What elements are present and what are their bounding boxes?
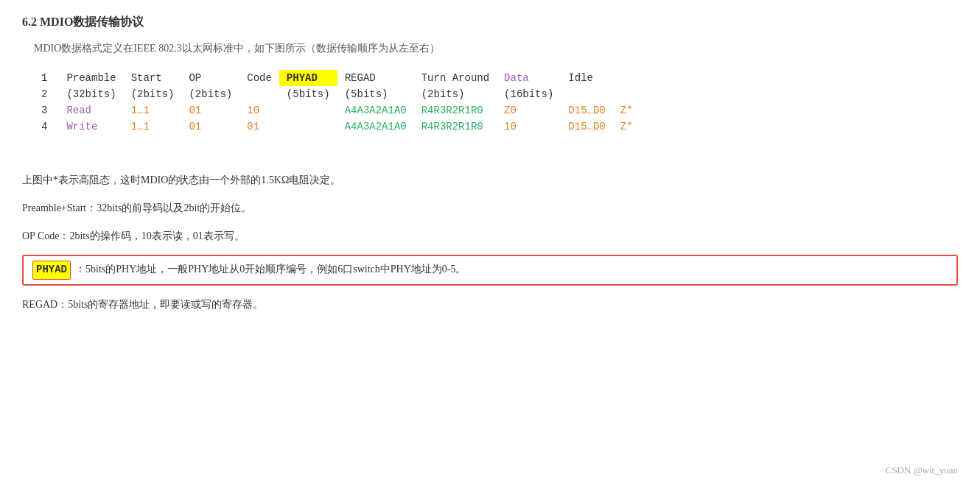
col-preamble-header: Preamble <box>59 70 123 86</box>
col-phyad-header: PHYAD <box>279 70 337 86</box>
row-read-code <box>279 102 337 119</box>
col-preamble-bits: (32bits) <box>59 86 123 102</box>
col-code-bits <box>239 86 279 102</box>
row-num: 4 <box>34 119 59 135</box>
protocol-table: 1 Preamble Start OP Code PHYAD REGAD Tur… <box>34 70 640 135</box>
body-para-1: 上图中*表示高阻态，这时MDIO的状态由一个外部的1.5KΩ电阻决定。 <box>22 172 958 189</box>
row-read-label: Read <box>59 102 123 119</box>
table-row: 1 Preamble Start OP Code PHYAD REGAD Tur… <box>34 70 640 86</box>
phyad-badge: PHYAD <box>32 261 71 280</box>
row-num: 3 <box>34 102 59 119</box>
col-start-bits: (2bits) <box>124 86 182 102</box>
table-row: 3 Read 1…1 01 10 A4A3A2A1A0 R4R3R2R1R0 Z… <box>34 102 640 119</box>
body-para-2: Preamble+Start：32bits的前导码以及2bit的开始位。 <box>22 199 958 217</box>
row-read-phyad: A4A3A2A1A0 <box>337 102 414 119</box>
row-write-preamble: 1…1 <box>124 119 182 135</box>
row-write-op: 01 <box>239 119 279 135</box>
col-op-bits: (2bits) <box>181 86 239 102</box>
row-write-label: Write <box>59 119 123 135</box>
row-num: 1 <box>34 70 59 86</box>
row-read-turnaround: Z0 <box>497 102 561 119</box>
row-read-start: 01 <box>181 102 239 119</box>
row-write-start: 01 <box>181 119 239 135</box>
row-read-idle: Z* <box>613 102 640 119</box>
row-read-regad: R4R3R2R1R0 <box>414 102 497 119</box>
row-write-idle: Z* <box>613 119 640 135</box>
col-op-header: OP <box>181 70 239 86</box>
row-write-phyad: A4A3A2A1A0 <box>337 119 414 135</box>
col-code-header: Code <box>239 70 279 86</box>
table-row: 4 Write 1…1 01 01 A4A3A2A1A0 R4R3R2R1R0 … <box>34 119 640 135</box>
intro-text: MDIO数据格式定义在IEEE 802.3以太网标准中，如下图所示（数据传输顺序… <box>22 42 958 55</box>
col-turnaround-header: Turn Around <box>414 70 497 86</box>
col-data-bits: (16bits) <box>497 86 561 102</box>
section-title: 6.2 MDIO数据传输协议 <box>22 15 958 30</box>
row-write-code <box>279 119 337 135</box>
row-num: 2 <box>34 86 59 102</box>
col-data-header: Data <box>497 70 561 86</box>
regad-line: REGAD：5bits的寄存器地址，即要读或写的寄存器。 <box>22 296 958 314</box>
col-phyad-bits: (5bits) <box>279 86 337 102</box>
phyad-description: ：5bits的PHY地址，一般PHY地址从0开始顺序编号，例如6口switch中… <box>75 261 466 278</box>
col-turnaround-bits: (2bits) <box>414 86 497 102</box>
col-idle-header: Idle <box>561 70 612 86</box>
row-read-op: 10 <box>239 102 279 119</box>
row-write-data: D15…D0 <box>561 119 612 135</box>
col-regad-bits: (5bits) <box>337 86 414 102</box>
row-read-preamble: 1…1 <box>124 102 182 119</box>
protocol-table-wrapper: 1 Preamble Start OP Code PHYAD REGAD Tur… <box>22 70 958 135</box>
table-row: 2 (32bits) (2bits) (2bits) (5bits) (5bit… <box>34 86 640 102</box>
col-idle-bits <box>561 86 612 102</box>
phyad-highlight-box: PHYAD ：5bits的PHY地址，一般PHY地址从0开始顺序编号，例如6口s… <box>22 255 958 286</box>
col-regad-header: REGAD <box>337 70 414 86</box>
col-start-header: Start <box>124 70 182 86</box>
row-write-regad: R4R3R2R1R0 <box>414 119 497 135</box>
body-para-3: OP Code：2bits的操作码，10表示读，01表示写。 <box>22 227 958 245</box>
row-read-data: D15…D0 <box>561 102 612 119</box>
row-write-turnaround: 10 <box>497 119 561 135</box>
